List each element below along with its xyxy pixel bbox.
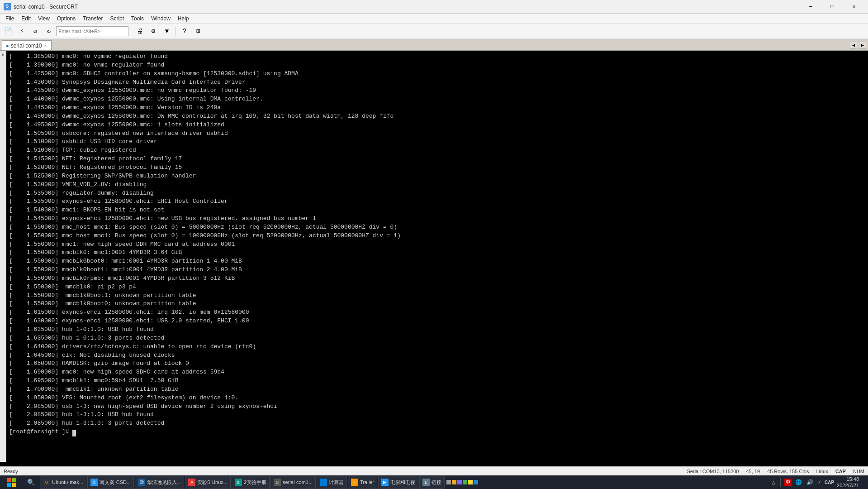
terminal-line: [ 1.445000] dwmmc_exynos 12550000.mmc: V… xyxy=(9,104,865,112)
terminal-line: [ 1.510000] usbhid: USB HID core driver xyxy=(9,138,865,146)
app-icon: S xyxy=(4,3,11,10)
tab-serial-com10[interactable]: ● serial-com10 × xyxy=(2,40,52,50)
tabbar-nav: ◀ ▶ xyxy=(850,42,866,49)
titlebar: S serial-com10 - SecureCRT ─ □ ✕ xyxy=(0,0,868,14)
terminal-line: [ 1.650000] RAMDISK: gzip image found at… xyxy=(9,360,865,368)
menu-window[interactable]: Window xyxy=(147,14,174,23)
tab-label: serial-com10 xyxy=(11,43,42,49)
clock-date: 2022/7/21 xyxy=(837,482,859,489)
terminal-line: [ 1.535000] exynos-ehci 12580000.ehci: E… xyxy=(9,197,865,206)
power-icon[interactable]: ⚡ xyxy=(817,479,822,486)
terminal-line: [ 1.535000] regulator-dummy: disabling xyxy=(9,189,865,198)
start-button[interactable] xyxy=(2,476,22,489)
terminal-line: [ 1.550000] mmc1: new high speed DDR MMC… xyxy=(9,240,865,249)
print-button[interactable]: 🖨 xyxy=(133,25,146,37)
taskbar-csdn[interactable]: 文 写文案-CSD... xyxy=(87,476,134,489)
terminal-line: [root@farsight ]# xyxy=(9,428,865,436)
menu-tools[interactable]: Tools xyxy=(128,14,147,23)
tab-prev-button[interactable]: ◀ xyxy=(850,42,857,49)
taskbar-ubuntu[interactable]: U Ubuntu-mak... xyxy=(40,476,86,489)
status-num: NUM xyxy=(853,469,864,474)
terminal-line: [ 1.690000] mmc0: new high speed SDHC ca… xyxy=(9,368,865,377)
filter-button[interactable]: ▼ xyxy=(161,25,173,37)
host-input[interactable] xyxy=(56,26,128,36)
toolbar-separator-1 xyxy=(131,27,131,36)
show-desktop-button[interactable] xyxy=(862,476,864,489)
terminal-line: [ 1.550000] mmcblk0boot1: mmc1:0001 4YMD… xyxy=(9,266,865,274)
menu-transfer[interactable]: Transfer xyxy=(79,14,106,23)
terminal-line: [ 1.520000] NET: Registered protocol fam… xyxy=(9,163,865,172)
taskbar-movies[interactable]: ▶ 电影和电视 xyxy=(378,476,418,489)
maximize-button[interactable]: □ xyxy=(822,0,843,14)
terminal-line: [ 1.640000] drivers/rtc/hctosys.c: unabl… xyxy=(9,343,865,351)
cap-indicator: CAP xyxy=(825,480,834,485)
terminal-output[interactable]: [ 1.385000] mmc0: no vqmmc regulator fou… xyxy=(6,51,868,462)
terminal-line: [ 1.550000] mmc_host mmc1: Bus speed (sl… xyxy=(9,223,865,232)
terminal-line: [ 1.530000] VMEM_VDD_2.8V: disabling xyxy=(9,181,865,189)
taskbar-huaqing[interactable]: 远 华清远见嵌入... xyxy=(135,476,184,489)
terminal-line: [ 2.085000] hub 1-3:1.0: 3 ports detecte… xyxy=(9,419,865,428)
taskbar-trailer[interactable]: T Trailer xyxy=(348,476,377,489)
taskbar-serial-label: serial-com1... xyxy=(283,479,313,485)
ime-indicator[interactable]: 中 xyxy=(784,479,792,486)
terminal-line: [ 1.425000] mmc0: SDHCI controller on sa… xyxy=(9,70,865,78)
taskbar-serial[interactable]: S serial-com1... xyxy=(270,476,316,489)
terminal-line: [ 1.495000] dwmmc_exynos 12550000.mmc: 1… xyxy=(9,121,865,129)
clock-time: 15:48 xyxy=(837,476,859,482)
system-clock[interactable]: 15:48 2022/7/21 xyxy=(837,476,859,489)
square-2 xyxy=(452,480,456,484)
status-connection: Serial: COM10, 115200 xyxy=(687,469,739,474)
terminal-line: [ 1.435000] dwmmc_exynos 12550000.mmc: n… xyxy=(9,86,865,95)
taskbar-search-button[interactable]: 🔍 xyxy=(23,476,39,489)
status-position: 45, 19 xyxy=(746,469,760,474)
serial-icon: S xyxy=(274,479,281,486)
terminal-line: [ 1.635000] hub 1-0:1.0: USB hub found xyxy=(9,326,865,334)
terminal-line: [ 1.385000] mmc0: no vqmmc regulator fou… xyxy=(9,53,865,61)
close-button[interactable]: ✕ xyxy=(844,0,864,14)
minimize-button[interactable]: ─ xyxy=(800,0,821,14)
statusbar: Ready Serial: COM10, 115200 45, 19 45 Ro… xyxy=(0,466,868,475)
terminal-line: [ 1.550000] mmcblk0: p1 p2 p3 p4 xyxy=(9,283,865,292)
taskbar-acrobat[interactable]: A 实验5 Linux... xyxy=(185,476,231,489)
menu-script[interactable]: Script xyxy=(106,14,128,23)
help-button[interactable]: ? xyxy=(178,25,191,37)
tab-next-button[interactable]: ▶ xyxy=(859,42,866,49)
taskbar-trailer-label: Trailer xyxy=(360,479,374,485)
extra-button[interactable]: ⊞ xyxy=(192,25,204,37)
indicator-squares xyxy=(446,480,478,484)
terminal-line: [ 1.550000] mmcblk0rpmb: mmc1:0001 4YMD3… xyxy=(9,274,865,283)
taskbar-manual[interactable]: 文 2实验手册 xyxy=(232,476,270,489)
terminal-cursor xyxy=(72,430,76,436)
new-session-button[interactable]: 📄 xyxy=(2,25,14,37)
terminal-line: [ 1.615000] exynos-ehci 12580000.ehci: i… xyxy=(9,308,865,317)
taskbar-movies-label: 电影和电视 xyxy=(390,479,415,486)
taskbar-link[interactable]: L 链接 xyxy=(419,476,445,489)
volume-icon[interactable]: 🔊 xyxy=(806,479,814,486)
toolbar-separator-2 xyxy=(175,27,176,36)
menu-view[interactable]: View xyxy=(34,14,53,23)
menu-options[interactable]: Options xyxy=(53,14,79,23)
network-icon[interactable]: 🌐 xyxy=(794,479,803,486)
disconnect-button[interactable]: ↻ xyxy=(43,25,55,37)
side-panel-btn[interactable]: ≡ xyxy=(0,53,6,57)
menu-file[interactable]: File xyxy=(2,14,18,23)
terminal-line: [ 1.510000] TCP: cubic registered xyxy=(9,146,865,155)
terminal-line: [ 1.440000] dwmmc_exynos 12550000.mmc: U… xyxy=(9,95,865,104)
menu-edit[interactable]: Edit xyxy=(18,14,34,23)
terminal-line: [ 1.390000] mmc0: no vmmc regulator foun… xyxy=(9,61,865,70)
menu-help[interactable]: Help xyxy=(174,14,193,23)
connect-button[interactable]: ⚡ xyxy=(15,25,28,37)
terminal-line: [ 2.085000] usb 1-3: new high-speed USB … xyxy=(9,403,865,411)
tab-close-button[interactable]: × xyxy=(43,43,47,48)
taskbar-calculator[interactable]: = 计算器 xyxy=(317,476,347,489)
terminal-line: [ 1.635000] hub 1-0:1.0: 3 ports detecte… xyxy=(9,334,865,343)
reconnect-button[interactable]: ↺ xyxy=(29,25,42,37)
status-size: 45 Rows, 155 Cols xyxy=(767,469,809,474)
taskbar-calculator-label: 计算器 xyxy=(329,479,344,486)
square-4 xyxy=(463,480,467,484)
square-3 xyxy=(457,480,462,484)
terminal-line: [ 1.450000] dwmmc_exynos 12550000.mmc: D… xyxy=(9,112,865,121)
terminal-line: [ 1.545000] exynos-ehci 12580000.ehci: n… xyxy=(9,215,865,223)
settings-button[interactable]: ⚙ xyxy=(147,25,160,37)
notification-icon[interactable]: △ xyxy=(771,479,776,486)
